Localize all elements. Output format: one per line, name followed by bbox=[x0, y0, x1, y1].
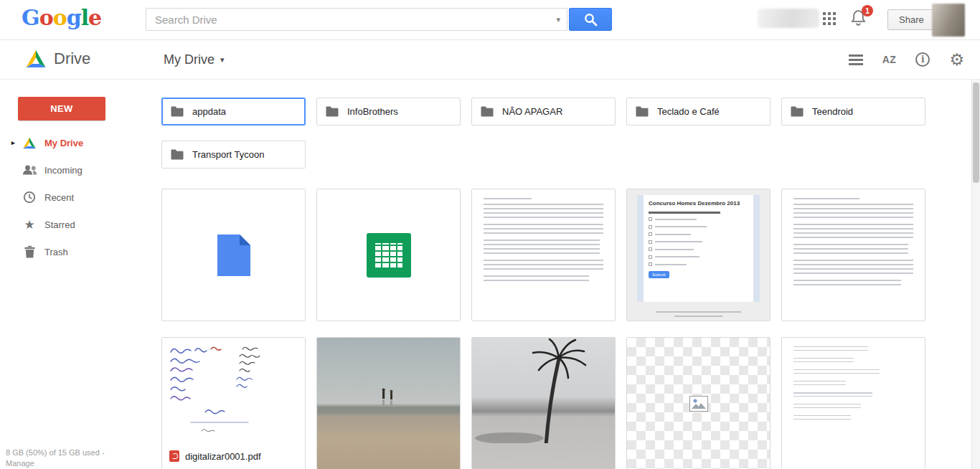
folder-icon bbox=[326, 106, 339, 117]
google-drive-app: Google ▾ 1 Share Drive My Drive ▾ bbox=[0, 0, 980, 469]
text-line-block bbox=[793, 198, 859, 199]
pdf-icon bbox=[169, 450, 179, 462]
folder-name: appdata bbox=[192, 106, 226, 117]
answer-line bbox=[655, 256, 699, 257]
file-card[interactable]: Comandos de voz para o ... bbox=[316, 189, 461, 321]
file-card[interactable]: digitalizar0001.pdf bbox=[161, 337, 306, 469]
text-line-block bbox=[793, 381, 846, 388]
file-card[interactable]: Exchange Biography bbox=[626, 337, 771, 469]
folder-tile-nao-apagar[interactable]: NÃO APAGAR bbox=[471, 98, 616, 125]
chevron-down-icon: ▾ bbox=[220, 55, 225, 65]
text-line-block bbox=[793, 244, 908, 255]
top-bar: Google ▾ 1 Share bbox=[0, 0, 980, 40]
doc-icon bbox=[789, 321, 799, 321]
sidebar-item-starred[interactable]: ★ Starred bbox=[0, 211, 151, 238]
folder-name: Teclado e Café bbox=[657, 106, 720, 117]
file-card[interactable]: Cyberativismo e seu pap... bbox=[781, 189, 925, 321]
search-icon bbox=[584, 13, 598, 27]
text-line-block bbox=[793, 204, 913, 219]
answer-line bbox=[655, 264, 687, 265]
text-line-block bbox=[484, 260, 603, 271]
answer-line bbox=[655, 226, 707, 227]
spreadsheet-icon bbox=[324, 321, 334, 321]
avatar[interactable] bbox=[932, 4, 965, 37]
text-line-block bbox=[793, 280, 901, 287]
list-view-icon bbox=[849, 55, 863, 65]
file-card[interactable]: 005516991608008.msgst... bbox=[161, 189, 306, 321]
notifications-bell-button[interactable]: 1 bbox=[851, 9, 871, 31]
sidebar-item-incoming[interactable]: Incoming bbox=[0, 156, 151, 184]
folder-tile-teendroid[interactable]: Teendroid bbox=[781, 98, 925, 125]
form-question-row bbox=[649, 262, 748, 266]
account-name-blurred[interactable] bbox=[758, 9, 819, 28]
details-info-button[interactable]: i bbox=[915, 52, 930, 67]
text-line-block bbox=[484, 198, 532, 199]
file-label: Cyberativismo e seu pap... bbox=[782, 321, 925, 321]
file-name: Concurso Homes Dezem... bbox=[650, 321, 762, 322]
checkbox-glyph bbox=[649, 247, 652, 251]
search-input[interactable] bbox=[146, 9, 547, 30]
file-label: Concurso Fotografia 201... bbox=[472, 321, 615, 321]
text-line-block bbox=[484, 240, 600, 255]
file-card[interactable]: Filmes + Séries... bbox=[781, 337, 925, 469]
form-icon bbox=[634, 321, 644, 321]
new-button[interactable]: NEW bbox=[18, 97, 105, 120]
file-preview bbox=[162, 189, 305, 321]
sidebar-item-recent[interactable]: Recent bbox=[0, 184, 151, 211]
folder-name: InfoBrothers bbox=[347, 106, 398, 117]
text-line-block bbox=[793, 369, 880, 376]
share-button[interactable]: Share bbox=[887, 9, 936, 30]
document-text-preview bbox=[472, 189, 615, 321]
answer-line bbox=[655, 219, 697, 220]
sidebar-item-label: Incoming bbox=[44, 165, 83, 176]
app-header: Drive My Drive ▾ AZ i ⚙ bbox=[0, 40, 980, 80]
folder-icon bbox=[791, 106, 804, 117]
text-line-block bbox=[793, 260, 913, 275]
scrollbar-thumb[interactable] bbox=[973, 82, 979, 183]
file-name: Cyberativismo e seu pap... bbox=[805, 321, 915, 322]
file-card[interactable]: Concurso Fotografia 201... bbox=[471, 189, 616, 321]
form-question-row bbox=[649, 225, 748, 229]
files-grid: 005516991608008.msgst... Comandos de voz… bbox=[161, 189, 925, 469]
beach-figures-glyph bbox=[317, 338, 460, 443]
folder-name: NÃO APAGAR bbox=[502, 106, 562, 117]
text-line-block bbox=[793, 346, 868, 354]
folder-tile-appdata[interactable]: appdata bbox=[161, 98, 306, 125]
page-title-dropdown[interactable]: My Drive ▾ bbox=[164, 52, 225, 67]
manage-storage-link[interactable]: Manage bbox=[6, 459, 34, 468]
apps-grid-icon[interactable] bbox=[823, 12, 836, 25]
vertical-scrollbar[interactable] bbox=[971, 80, 980, 469]
sidebar-nav: ▸ My Drive Incoming Recent ★ St bbox=[0, 129, 151, 265]
search-options-caret-icon[interactable]: ▾ bbox=[556, 15, 560, 24]
file-card[interactable]: Concurso Homes Dezembro 2013 Submit bbox=[626, 189, 771, 321]
file-card[interactable]: DSC_0063~2.jpg bbox=[316, 337, 461, 469]
sidebar-item-my-drive[interactable]: ▸ My Drive bbox=[0, 129, 151, 156]
drive-brand[interactable]: Drive bbox=[25, 49, 90, 68]
google-logo-letter: G bbox=[22, 5, 39, 30]
text-line-block bbox=[793, 404, 861, 411]
file-label: 005516991608008.msgst... bbox=[162, 321, 305, 321]
settings-gear-button[interactable]: ⚙ bbox=[949, 52, 964, 68]
clock-glyph bbox=[23, 191, 36, 204]
people-icon bbox=[22, 165, 37, 175]
star-icon: ★ bbox=[22, 219, 37, 231]
google-logo[interactable]: Google bbox=[22, 5, 101, 30]
google-logo-letter: o bbox=[53, 5, 67, 30]
file-name: 005516991608008.msgst... bbox=[185, 321, 298, 322]
expand-arrow-icon[interactable]: ▸ bbox=[11, 139, 20, 146]
search-button[interactable] bbox=[569, 8, 612, 31]
form-question-row bbox=[649, 255, 748, 259]
sort-az-button[interactable]: AZ bbox=[882, 54, 897, 65]
spreadsheet-glyph bbox=[367, 233, 411, 278]
file-card[interactable]: DSC_0073~2.jpg bbox=[471, 337, 616, 469]
list-view-button[interactable] bbox=[849, 55, 863, 65]
text-line-block bbox=[484, 224, 603, 235]
form-question-row bbox=[649, 232, 748, 236]
folder-tile-infobrothers[interactable]: InfoBrothers bbox=[316, 98, 461, 125]
storage-info: 8 GB (50%) of 15 GB used - Manage bbox=[6, 447, 105, 469]
folder-tile-teclado-e-cafe[interactable]: Teclado e Café bbox=[626, 98, 771, 125]
sidebar-item-trash[interactable]: Trash bbox=[0, 238, 151, 265]
folder-tile-transport-tycoon[interactable]: Transport Tycoon bbox=[161, 141, 306, 169]
transparency-preview bbox=[627, 338, 770, 469]
storage-text: 8 GB (50%) of 15 GB used - bbox=[6, 447, 105, 458]
